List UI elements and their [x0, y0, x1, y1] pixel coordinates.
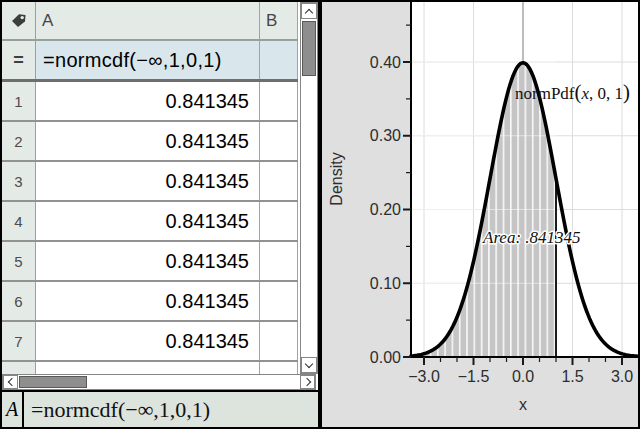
- scroll-down-button[interactable]: [301, 357, 317, 373]
- table-row: 1 0.841345: [2, 82, 298, 122]
- x-axis-label: x: [519, 396, 527, 413]
- cell-b[interactable]: [260, 282, 298, 320]
- table-row: 7 0.841345: [2, 322, 298, 362]
- table-row: 4 0.841345: [2, 202, 298, 242]
- x-tick-label: 0.0: [512, 368, 534, 385]
- row-number[interactable]: 2: [2, 122, 36, 160]
- area-label[interactable]: Area: .841345: [482, 228, 581, 247]
- table-row: 2 0.841345: [2, 122, 298, 162]
- spreadsheet-panel: A B = =normcdf(−∞,1,0,1) 1 0.841345 2 0.…: [2, 2, 318, 427]
- cell-b[interactable]: [260, 162, 298, 200]
- cell-b[interactable]: [260, 82, 298, 120]
- row-number[interactable]: 3: [2, 162, 36, 200]
- table-row: 5 0.841345: [2, 242, 298, 282]
- row-number[interactable]: 4: [2, 202, 36, 240]
- cell-b[interactable]: [260, 322, 298, 360]
- row-number[interactable]: 6: [2, 282, 36, 320]
- x-tick-label: −1.5: [458, 368, 490, 385]
- row-number[interactable]: 1: [2, 82, 36, 120]
- curve-label[interactable]: normPdf(x, 0, 1): [515, 80, 630, 104]
- status-bar: A =normcdf(−∞,1,0,1): [2, 390, 318, 427]
- column-header-row: A B: [2, 2, 298, 41]
- column-header-b[interactable]: B: [260, 2, 298, 39]
- cell-b[interactable]: [260, 362, 298, 374]
- plot-svg: 0.000.100.200.300.40−3.0−1.50.01.53.0Den…: [322, 2, 638, 427]
- x-tick-label: 1.5: [561, 368, 583, 385]
- cell-b[interactable]: [260, 202, 298, 240]
- plot-panel: 0.000.100.200.300.40−3.0−1.50.01.53.0Den…: [322, 2, 638, 427]
- vertical-scrollbar-thumb[interactable]: [302, 21, 316, 76]
- horizontal-scrollbar-thumb[interactable]: [19, 376, 87, 388]
- vertical-scrollbar[interactable]: [300, 2, 318, 374]
- y-tick-label: 0.00: [370, 349, 401, 366]
- tag-icon: [10, 13, 27, 28]
- scroll-left-button[interactable]: [3, 375, 18, 389]
- y-tick-label: 0.20: [370, 201, 401, 218]
- cell-value[interactable]: 0.841345: [36, 202, 260, 240]
- cell-b[interactable]: [260, 242, 298, 280]
- x-tick-label: −3.0: [408, 368, 440, 385]
- y-tick-label: 0.10: [370, 275, 401, 292]
- row-number[interactable]: 5: [2, 242, 36, 280]
- cell-value[interactable]: 0.841345: [36, 362, 260, 374]
- x-tick-label: 3.0: [611, 368, 633, 385]
- table-row: 6 0.841345: [2, 282, 298, 322]
- cell-value[interactable]: 0.841345: [36, 242, 260, 280]
- app-window: A B = =normcdf(−∞,1,0,1) 1 0.841345 2 0.…: [0, 0, 640, 429]
- status-formula[interactable]: =normcdf(−∞,1,0,1): [24, 392, 210, 427]
- cell-value[interactable]: 0.841345: [36, 322, 260, 360]
- column-header-a[interactable]: A: [36, 2, 260, 39]
- chevron-right-icon: [302, 378, 310, 386]
- spreadsheet-grid: A B = =normcdf(−∞,1,0,1) 1 0.841345 2 0.…: [2, 2, 298, 374]
- chevron-up-icon: [305, 8, 313, 16]
- formula-row-header: =: [2, 41, 36, 79]
- chevron-left-icon: [8, 378, 16, 386]
- cell-b[interactable]: [260, 122, 298, 160]
- row-number[interactable]: 7: [2, 322, 36, 360]
- scroll-right-button[interactable]: [300, 375, 315, 389]
- formula-cell-b[interactable]: [260, 41, 298, 79]
- formula-row: = =normcdf(−∞,1,0,1): [2, 41, 298, 82]
- corner-cell[interactable]: [2, 2, 36, 39]
- cell-value[interactable]: 0.841345: [36, 282, 260, 320]
- chevron-down-icon: [305, 360, 313, 368]
- scroll-up-button[interactable]: [301, 3, 317, 19]
- y-tick-label: 0.40: [370, 54, 401, 71]
- cell-value[interactable]: 0.841345: [36, 122, 260, 160]
- cell-value[interactable]: 0.841345: [36, 162, 260, 200]
- table-row: 8 0.841345: [2, 362, 298, 374]
- cell-value[interactable]: 0.841345: [36, 82, 260, 120]
- horizontal-scrollbar[interactable]: [2, 374, 316, 390]
- equals-symbol: =: [13, 50, 24, 71]
- row-number[interactable]: 8: [2, 362, 36, 374]
- status-cell-ref: A: [2, 392, 24, 427]
- y-axis-label: Density: [328, 152, 345, 205]
- y-tick-label: 0.30: [370, 127, 401, 144]
- table-row: 3 0.841345: [2, 162, 298, 202]
- formula-cell-a[interactable]: =normcdf(−∞,1,0,1): [36, 41, 260, 79]
